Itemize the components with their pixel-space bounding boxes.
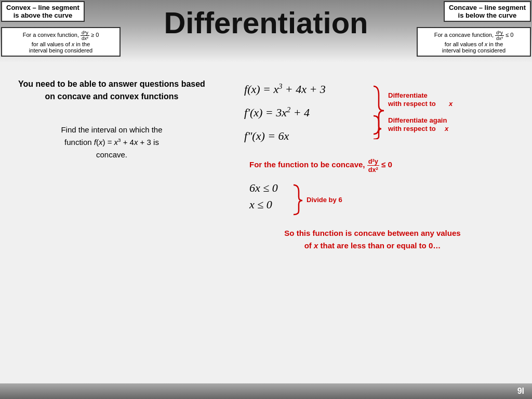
svg-text:Differentiate again: Differentiate again: [388, 116, 447, 124]
header-strip: Convex – line segment is above the curve…: [0, 0, 532, 62]
main-content: You need to be able to answer questions …: [0, 62, 532, 383]
svg-text:x: x: [444, 125, 449, 132]
svg-text:with respect to: with respect to: [388, 125, 436, 132]
conclusion-line1: So this function is concave between any …: [284, 229, 460, 237]
brace-svg: Differentiate with respect to x Differen…: [368, 82, 462, 139]
conclusion-line2: of x that are less than or equal to 0…: [304, 241, 441, 250]
convex-label-box: Convex – line segment is above the curve: [1, 1, 85, 22]
question-line1: Find the interval on which the: [61, 125, 162, 134]
equation-2-row: f′(x) = 3x2 + 4: [244, 105, 358, 119]
svg-text:Divide by 6: Divide by 6: [307, 196, 342, 204]
page-title: Differentiation: [164, 5, 368, 40]
convex-info-text: For a convex function, d²ydx² ≥ 0 for al…: [23, 32, 99, 54]
intro-text: You need to be able to answer questions …: [16, 78, 208, 103]
question-text: Find the interval on which the function …: [16, 124, 208, 161]
concave-condition: For the function to be concave, d²y dx² …: [249, 157, 522, 174]
equation-1-row: f(x) = x3 + 4x + 3: [244, 82, 358, 96]
equation-2: f′(x) = 3x2 + 4: [244, 105, 358, 119]
page-number: 9I: [517, 387, 524, 396]
inequality-2: x ≤ 0: [249, 198, 522, 211]
ineq-line-1: 6x ≤ 0: [249, 181, 522, 195]
ineq-line-2: x ≤ 0: [249, 198, 522, 211]
convex-info-box: For a convex function, d²ydx² ≥ 0 for al…: [1, 27, 121, 57]
footer: 9I: [0, 383, 532, 399]
question-line2: function f(x) = x3 + 4x + 3 is: [64, 138, 159, 147]
svg-text:with respect to: with respect to: [388, 100, 436, 108]
concave-label-box: Concave – line segment is below the curv…: [444, 1, 531, 22]
svg-text:Differentiate: Differentiate: [388, 91, 428, 99]
equation-3: f″(x) = 6x: [244, 129, 358, 143]
equation-3-row: f″(x) = 6x: [244, 129, 358, 143]
concave-condition-text: For the function to be concave, d²y dx² …: [249, 160, 392, 169]
divide-brace-svg: Divide by 6: [291, 182, 358, 219]
left-panel: You need to be able to answer questions …: [0, 62, 223, 383]
convex-label-text: Convex – line segment is above the curve: [6, 4, 79, 19]
concave-label-text: Concave – line segment is below the curv…: [449, 4, 526, 19]
equation-1: f(x) = x3 + 4x + 3: [244, 82, 358, 96]
conclusion-text: So this function is concave between any …: [244, 227, 501, 252]
question-line3: concave.: [96, 150, 127, 159]
inequality-1: 6x ≤ 0: [249, 181, 522, 195]
concave-info-box: For a concave function, d²ydx² ≤ 0 for a…: [417, 27, 531, 57]
right-panel: f(x) = x3 + 4x + 3 f′(x) = 3x2 + 4 f″(x)…: [223, 62, 532, 383]
concave-info-text: For a concave function, d²ydx² ≤ 0 for a…: [434, 32, 514, 54]
svg-text:x: x: [448, 100, 453, 108]
